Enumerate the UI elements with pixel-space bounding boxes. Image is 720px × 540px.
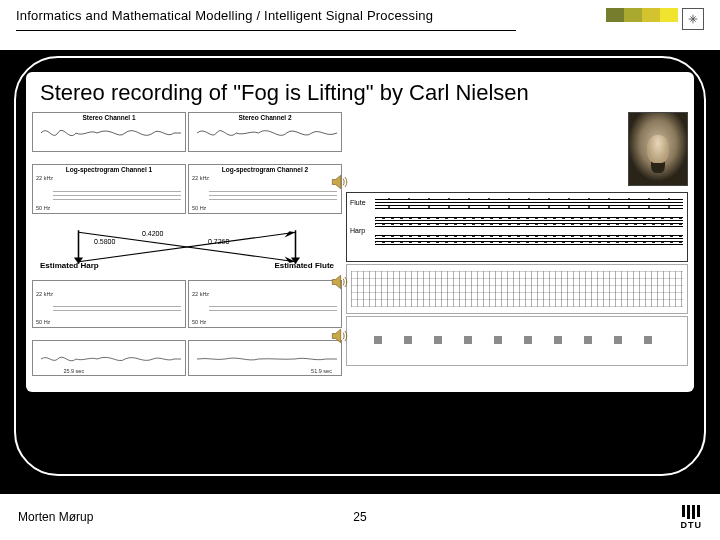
portrait-carl-nielsen	[628, 112, 688, 186]
flute-activation-roll	[346, 316, 688, 366]
panel-label: Stereo Channel 2	[238, 114, 291, 121]
ylabel-top: 22 kHz	[36, 175, 53, 181]
harp-activation-roll	[346, 264, 688, 314]
mixing-value-2: 0.4200	[142, 230, 163, 237]
estimated-flute-waveform: 51.9 sec	[188, 340, 342, 376]
slide-card: Stereo recording of "Fog is Lifting" by …	[14, 56, 706, 476]
speaker-icon[interactable]	[328, 326, 350, 346]
ylabel-top: 22 kHz	[192, 291, 209, 297]
color-block-4	[660, 8, 678, 22]
color-block-3	[642, 8, 660, 22]
mixing-cross: 0.5800 0.4200 0.7260 Estimated Harp Esti…	[32, 226, 342, 268]
time-label-l: 25.9 sec	[63, 368, 84, 374]
estimated-flute-label: Estimated Flute	[274, 261, 334, 270]
ylabel-top: 22 kHz	[192, 175, 209, 181]
footer: Morten Mørup 25 DTU	[0, 494, 720, 540]
ylabel-bot: 50 Hz	[192, 319, 206, 325]
score-instrument-flute: Flute	[350, 199, 366, 206]
speaker-icon[interactable]	[328, 272, 350, 292]
panel-label: Log-spectrogram Channel 2	[222, 166, 308, 173]
time-label-r: 51.9 sec	[311, 368, 332, 374]
header-rule	[16, 30, 516, 31]
estimated-flute-spectrogram: 22 kHz 50 Hz	[188, 280, 342, 328]
ylabel-bot: 50 Hz	[192, 205, 206, 211]
page-number: 25	[353, 510, 366, 524]
speaker-icon[interactable]	[328, 172, 350, 192]
music-score: Flute Harp	[346, 192, 688, 262]
ylabel-bot: 50 Hz	[36, 319, 50, 325]
footer-author: Morten Mørup	[18, 510, 93, 524]
header: Informatics and Mathematical Modelling /…	[16, 8, 704, 38]
color-block-2	[624, 8, 642, 22]
ylabel-top: 22 kHz	[36, 291, 53, 297]
estimated-harp-waveform: 25.9 sec	[32, 340, 186, 376]
log-spectrogram-ch2: Log-spectrogram Channel 2 22 kHz 50 Hz	[188, 164, 342, 214]
panel-label: Stereo Channel 1	[82, 114, 135, 121]
slide-body: Stereo recording of "Fog is Lifting" by …	[26, 72, 694, 392]
slide-title: Stereo recording of "Fog is Lifting" by …	[26, 72, 694, 112]
right-column: Flute Harp	[346, 112, 688, 386]
estimated-harp-spectrogram: 22 kHz 50 Hz	[32, 280, 186, 328]
header-color-blocks	[606, 8, 704, 30]
waveform-ch1: Stereo Channel 1	[32, 112, 186, 152]
slide-content: Stereo Channel 1 Stereo Channel 2	[26, 112, 694, 392]
panel-label: Log-spectrogram Channel 1	[66, 166, 152, 173]
ylabel-bot: 50 Hz	[36, 205, 50, 211]
estimated-harp-label: Estimated Harp	[40, 261, 99, 270]
breadcrumb: Informatics and Mathematical Modelling /…	[16, 8, 433, 23]
color-block-1	[606, 8, 624, 22]
svg-marker-7	[285, 231, 296, 237]
log-spectrogram-ch1: Log-spectrogram Channel 1 22 kHz 50 Hz	[32, 164, 186, 214]
expand-icon	[682, 8, 704, 30]
mixing-value-1: 0.5800	[94, 238, 115, 245]
mixing-value-3: 0.7260	[208, 238, 229, 245]
analysis-grid: Stereo Channel 1 Stereo Channel 2	[32, 112, 342, 386]
org-label: DTU	[681, 520, 703, 530]
waveform-ch2: Stereo Channel 2	[188, 112, 342, 152]
dtu-logo: DTU	[681, 505, 703, 530]
score-instrument-harp: Harp	[350, 227, 365, 234]
